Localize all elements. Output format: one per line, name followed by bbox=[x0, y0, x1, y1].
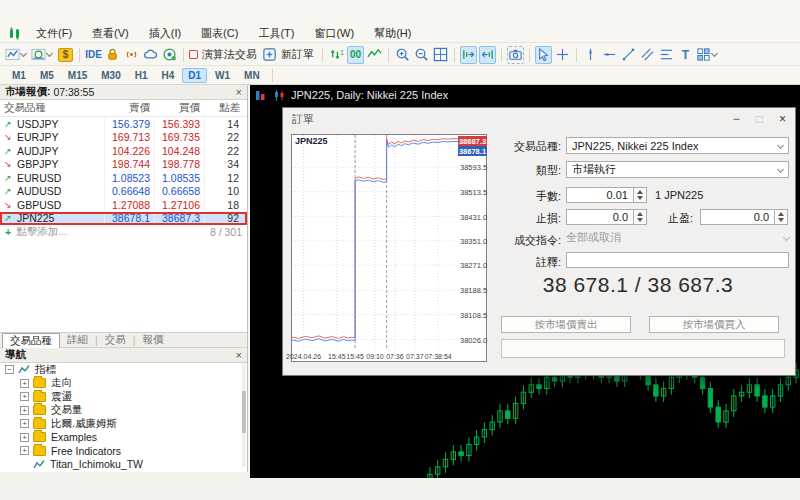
vline-icon[interactable] bbox=[582, 46, 599, 64]
market-row-JPN225[interactable]: ↗JPN22538678.138687.392 bbox=[0, 212, 247, 226]
dollar-icon[interactable]: $ bbox=[57, 46, 74, 64]
spinner-icons[interactable] bbox=[633, 187, 647, 203]
chevron-down-icon[interactable] bbox=[20, 50, 27, 57]
tab-0[interactable]: 交易品種 bbox=[2, 333, 60, 348]
menu-item-5[interactable]: 窗口(W) bbox=[304, 26, 364, 41]
order-dialog-titlebar[interactable]: 訂單 − □ × bbox=[283, 108, 795, 130]
market-row-EURUSD[interactable]: ↗EURUSD1.085231.0853512 bbox=[0, 171, 247, 185]
menu-item-3[interactable]: 圖表(C) bbox=[191, 26, 248, 41]
chart-window-titlebar[interactable]: JPN225, Daily: Nikkei 225 Index bbox=[250, 85, 800, 105]
shift-end-icon[interactable] bbox=[479, 46, 496, 64]
text-icon[interactable]: T bbox=[677, 46, 694, 64]
timeframe-M5[interactable]: M5 bbox=[34, 68, 60, 83]
menu-item-4[interactable]: 工具(T) bbox=[248, 26, 304, 41]
tick-chart-icon[interactable]: 1 bbox=[328, 46, 345, 64]
chevron-down-icon[interactable] bbox=[46, 50, 53, 57]
timeframe-H4[interactable]: H4 bbox=[156, 68, 181, 83]
timeframe-MN[interactable]: MN bbox=[238, 68, 266, 83]
hline-icon[interactable] bbox=[601, 46, 618, 64]
tree-item-4[interactable]: +比爾.威廉姆斯 bbox=[0, 417, 241, 431]
tree-item-3[interactable]: +交易量 bbox=[0, 404, 241, 418]
expand-icon[interactable]: + bbox=[20, 379, 29, 388]
ask-price: 104.248 bbox=[154, 145, 204, 157]
lock-icon[interactable] bbox=[104, 46, 121, 64]
ide-icon[interactable]: IDE bbox=[85, 46, 102, 64]
crosshair-icon[interactable] bbox=[554, 46, 571, 64]
cloud-icon[interactable] bbox=[142, 46, 159, 64]
column-header-0[interactable]: 交易品種 bbox=[0, 101, 104, 115]
market-row-GBPUSD[interactable]: ↘GBPUSD1.270881.2710618 bbox=[0, 198, 247, 212]
expand-icon[interactable]: + bbox=[20, 446, 29, 455]
tab-1[interactable]: 詳細 bbox=[60, 333, 95, 347]
zoom-in-icon[interactable] bbox=[394, 46, 411, 64]
camera-icon[interactable] bbox=[507, 46, 524, 64]
channel-icon[interactable] bbox=[639, 46, 656, 64]
market-row-USDJPY[interactable]: ↗USDJPY156.379156.39314 bbox=[0, 117, 247, 131]
tree-item-6[interactable]: +Free Indicators bbox=[0, 444, 241, 458]
comment-input[interactable] bbox=[566, 252, 789, 268]
order-type-select[interactable]: 市場執行 bbox=[566, 161, 789, 178]
tab-3[interactable]: 報價 bbox=[135, 333, 170, 347]
timeframe-M30[interactable]: M30 bbox=[95, 68, 126, 83]
shift-chart-icon[interactable] bbox=[460, 46, 477, 64]
menu-item-1[interactable]: 查看(V) bbox=[82, 26, 139, 41]
tree-item-5[interactable]: +Examples bbox=[0, 431, 241, 445]
column-header-1[interactable]: 賣價 bbox=[104, 101, 154, 115]
tree-item-2[interactable]: +震盪 bbox=[0, 390, 241, 404]
new-order-button[interactable]: 新訂單 bbox=[262, 46, 317, 64]
chevron-down-icon[interactable] bbox=[711, 50, 718, 57]
navigator-scrollbar[interactable] bbox=[242, 363, 246, 467]
tab-2[interactable]: 交易 bbox=[98, 333, 133, 347]
expand-icon[interactable]: + bbox=[20, 433, 29, 442]
market-watch-columns: 交易品種賣價買價點差 bbox=[0, 100, 247, 117]
volume-stepper[interactable]: 0.01 bbox=[566, 187, 647, 203]
chart-mode-icon[interactable] bbox=[5, 46, 29, 64]
toolbar-separator bbox=[454, 48, 455, 62]
menu-item-6[interactable]: 幫助(H) bbox=[364, 26, 421, 41]
timeframe-W1[interactable]: W1 bbox=[209, 68, 236, 83]
tree-item-7[interactable]: Titan_Ichimoku_TW bbox=[0, 458, 241, 472]
close-icon[interactable]: × bbox=[236, 87, 242, 97]
take-profit-stepper[interactable]: 0.0 bbox=[700, 209, 788, 225]
bar-chart-icon[interactable]: 00 bbox=[347, 46, 364, 64]
window-profile-icon[interactable] bbox=[31, 46, 55, 64]
y-axis-tick: 38026.0 bbox=[460, 336, 487, 345]
tree-item-label: Examples bbox=[51, 431, 97, 443]
shapes-icon[interactable] bbox=[696, 46, 720, 64]
market-row-AUDJPY[interactable]: ↗AUDJPY104.226104.24822 bbox=[0, 144, 247, 158]
close-icon[interactable]: × bbox=[236, 350, 242, 360]
buy-by-market-button[interactable]: 按市場價買入 bbox=[649, 316, 779, 333]
market-row-EURJPY[interactable]: ↘EURJPY169.713169.73522 bbox=[0, 131, 247, 145]
community-icon[interactable] bbox=[161, 46, 178, 64]
expand-icon[interactable]: + bbox=[20, 419, 29, 428]
timeframe-H1[interactable]: H1 bbox=[129, 68, 154, 83]
zoom-out-icon[interactable] bbox=[413, 46, 430, 64]
line-chart-icon[interactable] bbox=[366, 46, 383, 64]
expand-icon[interactable]: + bbox=[20, 406, 29, 415]
spinner-icons[interactable] bbox=[774, 209, 788, 225]
collapse-icon[interactable]: − bbox=[5, 365, 14, 374]
timeframe-D1[interactable]: D1 bbox=[182, 68, 207, 83]
algo-trading-button[interactable]: 演算法交易 bbox=[189, 46, 260, 64]
close-icon[interactable]: × bbox=[779, 112, 786, 126]
tree-item-1[interactable]: +走向 bbox=[0, 377, 241, 391]
timeframe-M15[interactable]: M15 bbox=[62, 68, 93, 83]
tile-windows-icon[interactable] bbox=[432, 46, 449, 64]
market-row-GBPJPY[interactable]: ↘GBPJPY198.744198.77834 bbox=[0, 158, 247, 172]
menu-item-0[interactable]: 文件(F) bbox=[26, 26, 82, 41]
column-header-2[interactable]: 買價 bbox=[154, 101, 204, 115]
market-row-AUDUSD[interactable]: ↗AUDUSD0.666480.6665810 bbox=[0, 185, 247, 199]
fibo-icon[interactable] bbox=[658, 46, 675, 64]
trendline-icon[interactable] bbox=[620, 46, 637, 64]
market-watch-add-row[interactable]: + 點擊添加... 8 / 301 bbox=[0, 225, 247, 239]
sell-by-market-button[interactable]: 按市場價賣出 bbox=[501, 316, 631, 333]
cursor-icon[interactable] bbox=[535, 46, 552, 64]
signal-icon[interactable] bbox=[123, 46, 140, 64]
menu-item-2[interactable]: 插入(I) bbox=[139, 26, 191, 41]
expand-icon[interactable]: + bbox=[20, 392, 29, 401]
timeframe-M1[interactable]: M1 bbox=[6, 68, 32, 83]
minimize-icon[interactable]: − bbox=[733, 112, 740, 126]
tree-item-0[interactable]: −指標 bbox=[0, 363, 241, 377]
column-header-3[interactable]: 點差 bbox=[204, 101, 244, 115]
symbol-select[interactable]: JPN225, Nikkei 225 Index bbox=[566, 137, 789, 154]
